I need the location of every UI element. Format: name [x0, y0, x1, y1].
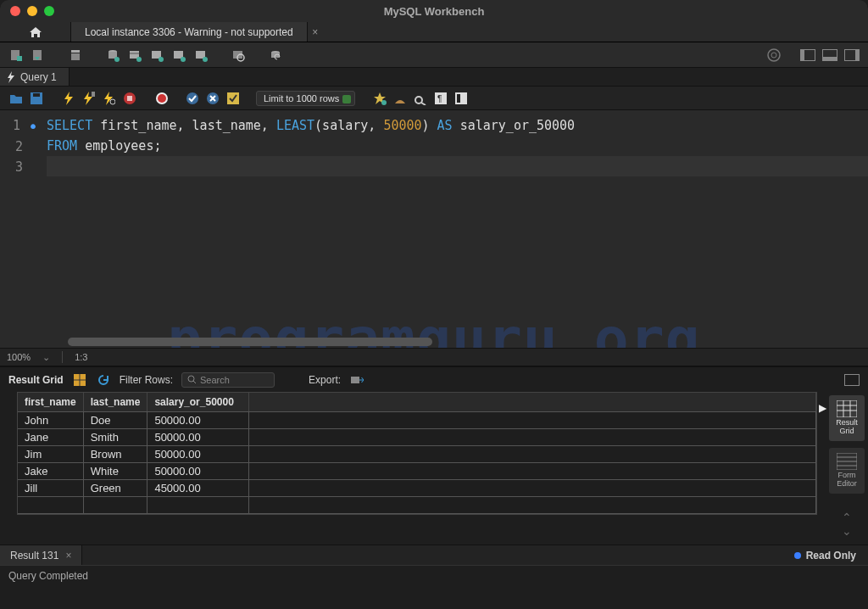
svg-point-10 [136, 57, 142, 62]
result-table[interactable]: first_name last_name salary_or_50000 Joh… [18, 393, 816, 514]
open-sql-file-icon[interactable] [29, 47, 47, 64]
connection-tab-close[interactable]: × [308, 22, 323, 42]
query-tab[interactable]: Query 1 [0, 68, 70, 86]
table-cell[interactable]: Jane [18, 429, 83, 446]
svg-point-12 [159, 57, 164, 62]
connection-tab-label: Local instance 3306 - Warning - not supp… [85, 26, 293, 38]
svg-point-7 [114, 57, 120, 62]
result-tab-row: Result 131 × Read Only [0, 545, 868, 565]
refresh-icon[interactable] [96, 372, 111, 388]
editor-code[interactable]: SELECT first_name, last_name, LEAST(sala… [47, 110, 868, 348]
open-file-icon[interactable] [8, 91, 24, 106]
search-table-icon[interactable] [229, 47, 248, 64]
table-cell[interactable]: Jake [18, 463, 83, 480]
limit-rows-select[interactable]: Limit to 1000 rows [256, 91, 355, 106]
autocommit-icon[interactable] [225, 91, 241, 106]
result-tab-close[interactable]: × [65, 550, 71, 562]
result-tab[interactable]: Result 131 × [0, 545, 82, 565]
table-cell[interactable]: Jill [18, 480, 83, 497]
table-cell[interactable]: John [18, 412, 83, 429]
no-limit-icon[interactable] [154, 91, 170, 106]
connection-tab[interactable]: Local instance 3306 - Warning - not supp… [71, 22, 308, 42]
new-sql-tab-icon[interactable] [7, 47, 25, 64]
horizontal-scrollbar[interactable] [68, 338, 432, 346]
svg-rect-24 [33, 93, 40, 97]
svg-rect-3 [71, 50, 80, 53]
svg-rect-28 [127, 96, 132, 101]
zoom-level[interactable]: 100% [7, 352, 31, 362]
table-cell[interactable]: Green [83, 480, 147, 497]
svg-point-14 [181, 57, 186, 62]
zoom-caret-icon[interactable]: ⌄ [42, 352, 50, 363]
inspector-icon[interactable] [66, 47, 85, 64]
table-row[interactable]: JimBrown50000.00 [18, 446, 816, 463]
table-cell[interactable]: Brown [83, 446, 147, 463]
home-tab[interactable] [0, 22, 71, 42]
table-cell[interactable]: 50000.00 [147, 429, 249, 446]
create-schema-icon[interactable] [103, 47, 122, 64]
table-cell[interactable]: White [83, 463, 147, 480]
table-cell-blank [249, 446, 816, 463]
svg-rect-4 [71, 53, 80, 60]
table-row[interactable]: JaneSmith50000.00 [18, 429, 816, 446]
snippet-icon[interactable] [453, 91, 469, 106]
panel-bottom-icon[interactable] [821, 47, 839, 64]
sql-editor[interactable]: 1 • 2 3 SELECT first_name, last_name, LE… [0, 110, 868, 348]
table-cell[interactable]: Jim [18, 446, 83, 463]
status-bar: Query Completed [0, 565, 868, 585]
export-icon[interactable] [349, 372, 364, 388]
execute-current-icon[interactable] [81, 91, 97, 106]
column-header[interactable]: last_name [83, 393, 147, 412]
table-cell[interactable]: Smith [83, 429, 147, 446]
find-icon[interactable] [392, 91, 408, 106]
query-tab-row: Query 1 [0, 68, 868, 87]
readonly-indicator: Read Only [782, 545, 868, 565]
wrap-icon[interactable]: ¶ [433, 91, 448, 106]
readonly-dot-icon [794, 552, 801, 559]
svg-rect-40 [457, 94, 460, 103]
scroll-updown-icon[interactable]: ⌃⌄ [829, 507, 865, 541]
form-editor-view-button[interactable]: Form Editor [829, 448, 865, 494]
panel-right-icon[interactable] [843, 47, 861, 64]
create-table-icon[interactable] [125, 47, 144, 64]
beautify-icon[interactable] [372, 91, 387, 106]
panel-left-icon[interactable] [798, 47, 817, 64]
svg-point-34 [381, 100, 387, 105]
explain-icon[interactable] [102, 91, 117, 106]
result-tab-label: Result 131 [10, 550, 58, 562]
settings-icon[interactable] [765, 47, 783, 64]
create-function-icon[interactable] [192, 47, 210, 64]
readonly-label: Read Only [806, 550, 856, 562]
stop-icon[interactable] [122, 91, 137, 106]
column-header[interactable]: first_name [18, 393, 83, 412]
home-icon [29, 26, 42, 38]
table-cell[interactable]: 50000.00 [147, 412, 249, 429]
reconnect-icon[interactable] [266, 47, 285, 64]
form-editor-view-label: Form Editor [831, 472, 863, 489]
commit-icon[interactable] [185, 91, 200, 106]
table-row[interactable]: JillGreen45000.00 [18, 480, 816, 497]
svg-point-26 [110, 99, 115, 104]
save-file-icon[interactable] [29, 91, 44, 106]
result-toolbar: Result Grid Filter Rows: Search Export: [0, 366, 868, 392]
lightning-icon [7, 71, 15, 83]
table-cell[interactable]: 50000.00 [147, 463, 249, 480]
table-row[interactable]: JohnDoe50000.00 [18, 412, 816, 429]
execute-icon[interactable] [61, 91, 76, 106]
result-panel-toggle-icon[interactable] [844, 372, 860, 388]
invisible-chars-icon[interactable] [413, 91, 428, 106]
create-view-icon[interactable] [147, 47, 166, 64]
result-grid-view-button[interactable]: Result Grid [829, 395, 865, 441]
result-grid-icon[interactable] [72, 372, 87, 388]
table-row[interactable]: JakeWhite50000.00 [18, 463, 816, 480]
table-cell[interactable]: 45000.00 [147, 480, 249, 497]
create-procedure-icon[interactable] [170, 47, 188, 64]
rollback-icon[interactable] [205, 91, 220, 106]
table-cell[interactable]: Doe [83, 412, 147, 429]
table-cell[interactable]: 50000.00 [147, 446, 249, 463]
editor-gutter: 1 • 2 3 [0, 110, 47, 348]
svg-rect-1 [17, 56, 22, 61]
side-expand-caret[interactable]: ▶ [819, 402, 826, 414]
filter-search-input[interactable]: Search [181, 372, 275, 388]
column-header[interactable]: salary_or_50000 [147, 393, 249, 412]
